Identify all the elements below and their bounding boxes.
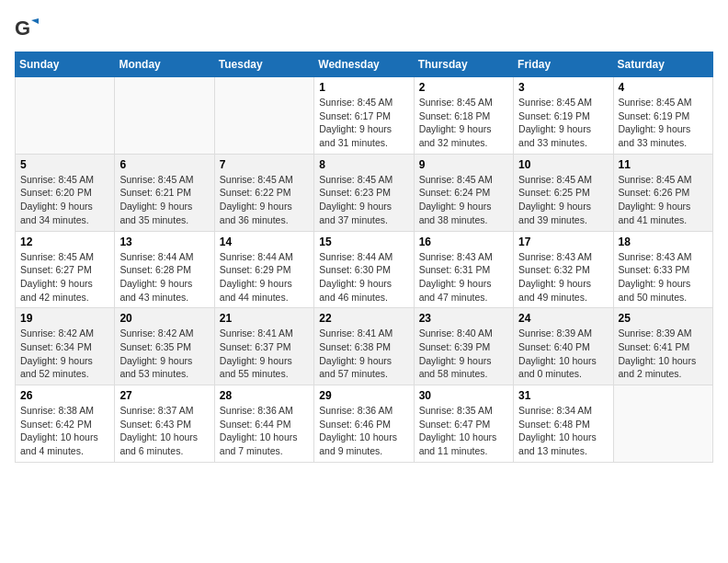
cell-content: Sunrise: 8:35 AMSunset: 6:47 PMDaylight:… xyxy=(419,404,508,458)
weekday-header-friday: Friday xyxy=(514,52,613,77)
logo-icon: G xyxy=(15,15,40,40)
calendar-cell: 17Sunrise: 8:43 AMSunset: 6:32 PMDayligh… xyxy=(514,231,613,308)
cell-content: Sunrise: 8:45 AMSunset: 6:21 PMDaylight:… xyxy=(119,173,209,227)
week-row-1: 1Sunrise: 8:45 AMSunset: 6:17 PMDaylight… xyxy=(16,77,713,155)
calendar-cell: 7Sunrise: 8:45 AMSunset: 6:22 PMDaylight… xyxy=(214,154,313,231)
cell-content: Sunrise: 8:44 AMSunset: 6:30 PMDaylight:… xyxy=(319,250,408,304)
day-number: 26 xyxy=(20,389,109,402)
calendar-cell: 16Sunrise: 8:43 AMSunset: 6:31 PMDayligh… xyxy=(414,231,513,308)
day-number: 11 xyxy=(619,158,708,171)
day-number: 9 xyxy=(419,158,508,171)
cell-content: Sunrise: 8:39 AMSunset: 6:40 PMDaylight:… xyxy=(518,327,608,381)
calendar-cell: 23Sunrise: 8:40 AMSunset: 6:39 PMDayligh… xyxy=(414,308,513,385)
calendar-cell: 22Sunrise: 8:41 AMSunset: 6:38 PMDayligh… xyxy=(314,308,414,385)
calendar-cell: 13Sunrise: 8:44 AMSunset: 6:28 PMDayligh… xyxy=(115,231,214,308)
day-number: 14 xyxy=(220,236,309,248)
day-number: 29 xyxy=(319,389,408,402)
day-number: 27 xyxy=(119,389,209,402)
calendar-cell xyxy=(214,77,313,155)
day-number: 12 xyxy=(20,236,109,248)
cell-content: Sunrise: 8:42 AMSunset: 6:34 PMDaylight:… xyxy=(20,327,109,381)
calendar-table: SundayMondayTuesdayWednesdayThursdayFrid… xyxy=(15,52,713,463)
cell-content: Sunrise: 8:45 AMSunset: 6:20 PMDaylight:… xyxy=(20,173,109,227)
day-number: 30 xyxy=(419,389,508,402)
calendar-cell: 31Sunrise: 8:34 AMSunset: 6:48 PMDayligh… xyxy=(514,385,613,463)
day-number: 5 xyxy=(20,158,109,171)
day-number: 15 xyxy=(319,236,408,248)
cell-content: Sunrise: 8:36 AMSunset: 6:46 PMDaylight:… xyxy=(319,404,408,458)
page-header: G xyxy=(15,15,713,40)
weekday-header-tuesday: Tuesday xyxy=(214,52,313,77)
calendar-cell: 30Sunrise: 8:35 AMSunset: 6:47 PMDayligh… xyxy=(414,385,513,463)
calendar-cell: 1Sunrise: 8:45 AMSunset: 6:17 PMDaylight… xyxy=(314,77,414,155)
day-number: 19 xyxy=(20,312,109,325)
cell-content: Sunrise: 8:45 AMSunset: 6:23 PMDaylight:… xyxy=(319,173,408,227)
calendar-cell: 14Sunrise: 8:44 AMSunset: 6:29 PMDayligh… xyxy=(214,231,313,308)
cell-content: Sunrise: 8:39 AMSunset: 6:41 PMDaylight:… xyxy=(619,327,708,381)
cell-content: Sunrise: 8:38 AMSunset: 6:42 PMDaylight:… xyxy=(20,404,109,458)
weekday-header-thursday: Thursday xyxy=(414,52,513,77)
calendar-cell: 5Sunrise: 8:45 AMSunset: 6:20 PMDaylight… xyxy=(16,154,115,231)
weekday-header-row: SundayMondayTuesdayWednesdayThursdayFrid… xyxy=(16,52,713,77)
weekday-header-sunday: Sunday xyxy=(16,52,115,77)
cell-content: Sunrise: 8:45 AMSunset: 6:17 PMDaylight:… xyxy=(319,96,408,150)
calendar-cell xyxy=(613,385,712,463)
day-number: 4 xyxy=(619,81,708,94)
day-number: 24 xyxy=(518,312,608,325)
cell-content: Sunrise: 8:37 AMSunset: 6:43 PMDaylight:… xyxy=(119,404,209,458)
logo: G xyxy=(15,15,44,40)
cell-content: Sunrise: 8:45 AMSunset: 6:27 PMDaylight:… xyxy=(20,250,109,304)
svg-text:G: G xyxy=(15,17,30,40)
calendar-cell: 19Sunrise: 8:42 AMSunset: 6:34 PMDayligh… xyxy=(16,308,115,385)
calendar-cell: 3Sunrise: 8:45 AMSunset: 6:19 PMDaylight… xyxy=(514,77,613,155)
cell-content: Sunrise: 8:36 AMSunset: 6:44 PMDaylight:… xyxy=(220,404,309,458)
day-number: 13 xyxy=(119,236,209,248)
calendar-cell xyxy=(16,77,115,155)
day-number: 10 xyxy=(518,158,608,171)
calendar-cell: 11Sunrise: 8:45 AMSunset: 6:26 PMDayligh… xyxy=(613,154,712,231)
cell-content: Sunrise: 8:40 AMSunset: 6:39 PMDaylight:… xyxy=(419,327,508,381)
day-number: 18 xyxy=(619,236,708,248)
day-number: 23 xyxy=(419,312,508,325)
cell-content: Sunrise: 8:44 AMSunset: 6:28 PMDaylight:… xyxy=(119,250,209,304)
calendar-cell: 8Sunrise: 8:45 AMSunset: 6:23 PMDaylight… xyxy=(314,154,414,231)
calendar-cell: 27Sunrise: 8:37 AMSunset: 6:43 PMDayligh… xyxy=(115,385,214,463)
calendar-cell: 10Sunrise: 8:45 AMSunset: 6:25 PMDayligh… xyxy=(514,154,613,231)
cell-content: Sunrise: 8:42 AMSunset: 6:35 PMDaylight:… xyxy=(119,327,209,381)
calendar-cell: 9Sunrise: 8:45 AMSunset: 6:24 PMDaylight… xyxy=(414,154,513,231)
calendar-cell: 21Sunrise: 8:41 AMSunset: 6:37 PMDayligh… xyxy=(214,308,313,385)
cell-content: Sunrise: 8:45 AMSunset: 6:22 PMDaylight:… xyxy=(220,173,309,227)
cell-content: Sunrise: 8:41 AMSunset: 6:38 PMDaylight:… xyxy=(319,327,408,381)
day-number: 28 xyxy=(220,389,309,402)
calendar-cell: 6Sunrise: 8:45 AMSunset: 6:21 PMDaylight… xyxy=(115,154,214,231)
calendar-cell xyxy=(115,77,214,155)
cell-content: Sunrise: 8:41 AMSunset: 6:37 PMDaylight:… xyxy=(220,327,309,381)
calendar-cell: 4Sunrise: 8:45 AMSunset: 6:19 PMDaylight… xyxy=(613,77,712,155)
day-number: 1 xyxy=(319,81,408,94)
weekday-header-wednesday: Wednesday xyxy=(314,52,414,77)
day-number: 6 xyxy=(119,158,209,171)
cell-content: Sunrise: 8:45 AMSunset: 6:18 PMDaylight:… xyxy=(419,96,508,150)
calendar-cell: 20Sunrise: 8:42 AMSunset: 6:35 PMDayligh… xyxy=(115,308,214,385)
cell-content: Sunrise: 8:45 AMSunset: 6:19 PMDaylight:… xyxy=(518,96,608,150)
cell-content: Sunrise: 8:34 AMSunset: 6:48 PMDaylight:… xyxy=(518,404,608,458)
calendar-cell: 25Sunrise: 8:39 AMSunset: 6:41 PMDayligh… xyxy=(613,308,712,385)
cell-content: Sunrise: 8:43 AMSunset: 6:32 PMDaylight:… xyxy=(518,250,608,304)
calendar-cell: 28Sunrise: 8:36 AMSunset: 6:44 PMDayligh… xyxy=(214,385,313,463)
cell-content: Sunrise: 8:43 AMSunset: 6:31 PMDaylight:… xyxy=(419,250,508,304)
day-number: 16 xyxy=(419,236,508,248)
week-row-5: 26Sunrise: 8:38 AMSunset: 6:42 PMDayligh… xyxy=(16,385,713,463)
day-number: 31 xyxy=(518,389,608,402)
cell-content: Sunrise: 8:45 AMSunset: 6:25 PMDaylight:… xyxy=(518,173,608,227)
day-number: 8 xyxy=(319,158,408,171)
day-number: 22 xyxy=(319,312,408,325)
day-number: 20 xyxy=(119,312,209,325)
calendar-cell: 29Sunrise: 8:36 AMSunset: 6:46 PMDayligh… xyxy=(314,385,414,463)
week-row-2: 5Sunrise: 8:45 AMSunset: 6:20 PMDaylight… xyxy=(16,154,713,231)
calendar-cell: 2Sunrise: 8:45 AMSunset: 6:18 PMDaylight… xyxy=(414,77,513,155)
day-number: 2 xyxy=(419,81,508,94)
svg-marker-1 xyxy=(31,18,39,24)
weekday-header-saturday: Saturday xyxy=(613,52,712,77)
cell-content: Sunrise: 8:45 AMSunset: 6:24 PMDaylight:… xyxy=(419,173,508,227)
cell-content: Sunrise: 8:45 AMSunset: 6:26 PMDaylight:… xyxy=(619,173,708,227)
